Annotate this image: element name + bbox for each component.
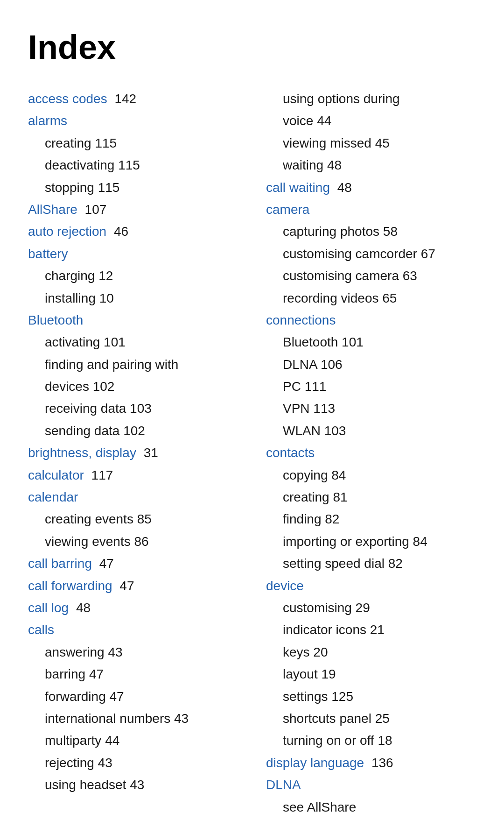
index-entry: Bluetooth 101 xyxy=(266,332,476,352)
index-entry: call waiting 48 xyxy=(266,177,476,198)
index-term: device xyxy=(266,579,304,593)
index-entry: viewing events 86 xyxy=(28,531,238,551)
index-term: battery xyxy=(28,247,68,261)
index-entry: WLAN 103 xyxy=(266,421,476,441)
index-entry: auto rejection 46 xyxy=(28,221,238,241)
index-entry: stopping 115 xyxy=(28,177,238,198)
index-sub: keys 20 xyxy=(266,645,328,659)
index-entry: keys 20 xyxy=(266,642,476,662)
index-entry: recording videos 65 xyxy=(266,288,476,308)
index-entry: receiving data 103 xyxy=(28,398,238,418)
index-term-number: 48 xyxy=(334,180,352,195)
index-entry: layout 19 xyxy=(266,664,476,684)
page-title: Index xyxy=(28,28,476,66)
index-term: AllShare xyxy=(28,202,77,217)
index-term: calls xyxy=(28,622,54,637)
index-entry: using headset 43 xyxy=(28,775,238,795)
index-entry: AllShare 107 xyxy=(28,199,238,219)
index-entry: customising 29 xyxy=(266,598,476,618)
index-entry: call barring 47 xyxy=(28,553,238,573)
index-entry: PC 111 xyxy=(266,376,476,396)
index-sub: devices 102 xyxy=(28,379,114,394)
index-sub: stopping 115 xyxy=(28,180,119,195)
index-entry: calls xyxy=(28,620,238,640)
index-term-number: 117 xyxy=(88,468,113,482)
index-term-number: 107 xyxy=(81,202,107,217)
index-term: connections xyxy=(266,313,336,327)
index-sub: customising camcorder 67 xyxy=(266,247,435,261)
index-entry: devices 102 xyxy=(28,376,238,396)
index-entry: access codes 142 xyxy=(28,89,238,109)
index-entry: capturing photos 58 xyxy=(266,221,476,241)
index-entry: activating 101 xyxy=(28,332,238,352)
index-entry: customising camera 63 xyxy=(266,266,476,286)
left-column: access codes 142alarmscreating 115deacti… xyxy=(28,89,238,819)
index-entry: barring 47 xyxy=(28,664,238,684)
index-sub: installing 10 xyxy=(28,291,114,305)
index-term-number: 31 xyxy=(140,445,158,460)
index-sub: creating 115 xyxy=(28,136,117,150)
index-entry: creating 115 xyxy=(28,133,238,153)
index-entry: setting speed dial 82 xyxy=(266,553,476,573)
index-term: call forwarding xyxy=(28,579,112,593)
index-sub: shortcuts panel 25 xyxy=(266,711,390,726)
index-entry: charging 12 xyxy=(28,266,238,286)
index-sub: activating 101 xyxy=(28,335,126,349)
index-sub: international numbers 43 xyxy=(28,711,189,726)
index-sub: importing or exporting 84 xyxy=(266,534,427,549)
index-term: Bluetooth xyxy=(28,313,83,327)
index-sub: setting speed dial 82 xyxy=(266,556,403,571)
index-sub: viewing missed 45 xyxy=(266,136,390,150)
index-entry: camera xyxy=(266,199,476,219)
right-column: using options duringvoice 44viewing miss… xyxy=(266,89,476,819)
index-sub: copying 84 xyxy=(266,468,346,482)
index-sub: receiving data 103 xyxy=(28,401,152,416)
index-sub: creating events 85 xyxy=(28,512,152,526)
index-entry: calculator 117 xyxy=(28,465,238,485)
index-entry: display language 136 xyxy=(266,753,476,773)
index-term-number: 136 xyxy=(368,756,393,770)
index-entry: battery xyxy=(28,244,238,264)
index-entry: VPN 113 xyxy=(266,398,476,418)
index-term: auto rejection xyxy=(28,224,106,239)
index-sub: see AllShare xyxy=(266,800,356,814)
index-sub: using options during xyxy=(266,92,400,106)
index-entry: contacts xyxy=(266,443,476,463)
index-entry: see AllShare xyxy=(266,797,476,817)
index-term: brightness, display xyxy=(28,445,136,460)
index-entry: connections xyxy=(266,310,476,330)
index-sub: forwarding 47 xyxy=(28,689,124,704)
index-entry: creating 81 xyxy=(266,487,476,507)
index-sub: deactivating 115 xyxy=(28,158,140,172)
index-entry: installing 10 xyxy=(28,288,238,308)
index-sub: customising 29 xyxy=(266,601,370,615)
index-sub: DLNA 106 xyxy=(266,357,343,372)
index-sub: using headset 43 xyxy=(28,778,144,792)
index-term: contacts xyxy=(266,445,315,460)
index-sub: multiparty 44 xyxy=(28,733,119,748)
index-entry: device xyxy=(266,576,476,596)
index-entry: multiparty 44 xyxy=(28,730,238,750)
index-entry: call log 48 xyxy=(28,598,238,618)
index-entry: answering 43 xyxy=(28,642,238,662)
index-term-number: 47 xyxy=(96,556,114,571)
index-entry: alarms xyxy=(28,111,238,131)
index-entry: shortcuts panel 25 xyxy=(266,708,476,728)
index-sub: finding 82 xyxy=(266,512,339,526)
index-term-number: 47 xyxy=(116,579,134,593)
index-entry: voice 44 xyxy=(266,111,476,131)
index-entry: waiting 48 xyxy=(266,155,476,175)
index-entry: using options during xyxy=(266,89,476,109)
index-entry: customising camcorder 67 xyxy=(266,244,476,264)
index-entry: deactivating 115 xyxy=(28,155,238,175)
index-term-number: 142 xyxy=(111,92,137,106)
index-term: calculator xyxy=(28,468,84,482)
index-sub: VPN 113 xyxy=(266,401,335,416)
index-sub: rejecting 43 xyxy=(28,756,112,770)
index-entry: viewing missed 45 xyxy=(266,133,476,153)
index-entry: call forwarding 47 xyxy=(28,576,238,596)
index-term: camera xyxy=(266,202,309,217)
index-sub: indicator icons 21 xyxy=(266,622,385,637)
index-entry: international numbers 43 xyxy=(28,708,238,728)
index-sub: PC 111 xyxy=(266,379,326,394)
